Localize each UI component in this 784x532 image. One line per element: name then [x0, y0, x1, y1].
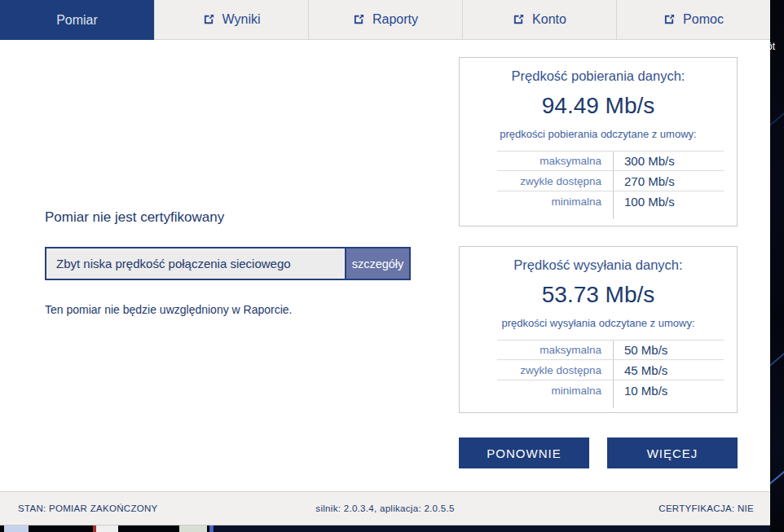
external-link-icon — [203, 13, 215, 25]
row-value: 50 Mb/s — [614, 341, 724, 359]
row-label: minimalna — [497, 380, 614, 401]
download-title: Prędkość pobierania danych: — [460, 68, 737, 84]
table-row: maksymalna 50 Mb/s — [497, 340, 724, 360]
download-contract-table: maksymalna 300 Mb/s zwykle dostępna 270 … — [497, 151, 724, 219]
upload-speed-card: Prędkość wysyłania danych: 53.73 Mb/s pr… — [459, 246, 738, 413]
tab-label: Konto — [532, 12, 566, 27]
tab-label: Pomoc — [683, 12, 724, 27]
row-value: 10 Mb/s — [614, 380, 724, 401]
tab-konto[interactable]: Konto — [462, 0, 616, 40]
external-link-icon — [513, 13, 525, 25]
tab-label: Wyniki — [222, 12, 261, 27]
status-bar: STAN: POMIAR ZAKOŃCZONY silnik: 2.0.3.4,… — [0, 491, 770, 525]
taskbar-fragment — [4, 525, 29, 532]
desktop-background-strip — [770, 0, 784, 532]
taskbar-strip — [0, 525, 784, 532]
external-link-icon — [353, 13, 365, 25]
tab-pomiar[interactable]: Pomiar — [0, 0, 154, 40]
action-buttons: PONOWNIE WIĘCEJ — [459, 437, 738, 468]
table-row: zwykle dostępna 45 Mb/s — [497, 360, 724, 380]
tab-label: Pomiar — [56, 13, 98, 28]
status-certification: CERTYFIKACJA: NIE — [658, 503, 754, 513]
row-value: 300 Mb/s — [614, 152, 724, 170]
warning-banner: Zbyt niska prędkość połączenia siecioweg… — [45, 247, 411, 280]
row-label: zwykle dostępna — [497, 360, 614, 380]
more-button[interactable]: WIĘCEJ — [607, 437, 738, 468]
status-state: STAN: POMIAR ZAKOŃCZONY — [0, 503, 158, 513]
table-divider-tail — [497, 401, 614, 408]
tab-bar: Pomiar Wyniki Raporty Konto — [0, 0, 770, 40]
table-row: maksymalna 300 Mb/s — [497, 151, 724, 171]
retry-button[interactable]: PONOWNIE — [459, 437, 589, 468]
taskbar-fragment — [209, 525, 214, 532]
row-value: 100 Mb/s — [614, 191, 724, 212]
row-label: zwykle dostępna — [497, 171, 614, 191]
screen: Pomiar Wyniki Raporty Konto — [0, 0, 784, 532]
details-button[interactable]: szczegóły — [345, 248, 409, 279]
tab-pomoc[interactable]: Pomoc — [616, 0, 770, 40]
tab-raporty[interactable]: Raporty — [308, 0, 462, 40]
download-subtitle: prędkości pobierania odczytane z umowy: — [460, 128, 737, 140]
upload-contract-table: maksymalna 50 Mb/s zwykle dostępna 45 Mb… — [497, 340, 724, 408]
not-certified-heading: Pomiar nie jest certyfikowany — [45, 209, 224, 226]
taskbar-fragment — [96, 525, 118, 532]
table-row: minimalna 10 Mb/s — [497, 380, 724, 401]
background-streak — [770, 468, 784, 486]
upload-value: 53.73 Mb/s — [460, 282, 737, 308]
row-label: minimalna — [497, 191, 614, 212]
download-value: 94.49 Mb/s — [460, 93, 737, 119]
tab-label: Raporty — [372, 12, 418, 27]
background-clipped-text: ót — [767, 41, 775, 52]
row-value: 270 Mb/s — [614, 171, 724, 191]
external-link-icon — [663, 13, 676, 25]
status-versions: silnik: 2.0.3.4, aplikacja: 2.0.5.5 — [315, 503, 454, 513]
download-speed-card: Prędkość pobierania danych: 94.49 Mb/s p… — [459, 57, 738, 226]
warning-text: Zbyt niska prędkość połączenia siecioweg… — [46, 248, 345, 279]
background-streak — [770, 109, 784, 128]
upload-title: Prędkość wysyłania danych: — [460, 257, 737, 273]
taskbar-fragment — [179, 525, 207, 532]
table-divider-tail — [497, 212, 614, 219]
table-row: zwykle dostępna 270 Mb/s — [497, 171, 724, 191]
tab-wyniki[interactable]: Wyniki — [154, 0, 308, 40]
upload-subtitle: prędkości wysyłania odczytane z umowy: — [460, 317, 737, 329]
report-note: Ten pomiar nie będzie uwzględniony w Rap… — [45, 303, 293, 316]
taskbar-fragment — [214, 525, 770, 532]
row-value: 45 Mb/s — [614, 360, 724, 380]
background-streak — [770, 350, 784, 368]
table-row: minimalna 100 Mb/s — [497, 191, 724, 212]
row-label: maksymalna — [497, 152, 614, 170]
row-label: maksymalna — [497, 341, 614, 359]
